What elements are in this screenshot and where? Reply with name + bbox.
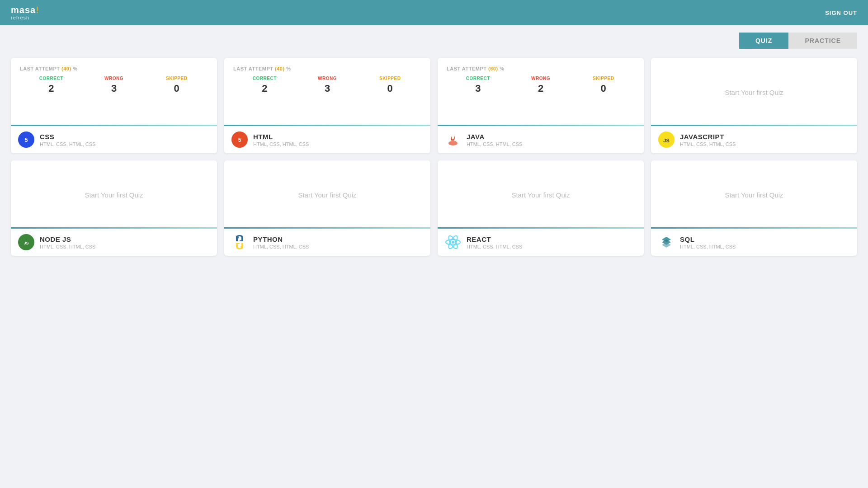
wrong-label: WRONG xyxy=(83,76,146,81)
correct-label: CORRECT xyxy=(447,76,509,81)
stats-row: CORRECT 2 WRONG 3 SKIPPED 0 xyxy=(233,76,421,94)
svg-text:5: 5 xyxy=(238,137,241,143)
card-footer: JS JAVASCRIPT HTML, CSS, HTML, CSS xyxy=(651,126,857,153)
wrong-stat: WRONG 3 xyxy=(83,76,146,94)
quiz-card-sql[interactable]: Start Your first Quiz SQL HTML, CSS, HTM… xyxy=(651,160,857,256)
tech-icon-python xyxy=(231,234,248,250)
tab-bar: QUIZ PRACTICE xyxy=(0,25,868,49)
skipped-value: 0 xyxy=(572,83,635,94)
tech-name: HTML xyxy=(253,133,423,141)
tech-icon-nodejs: JS xyxy=(18,234,34,250)
sign-out-button[interactable]: SIGN OUT xyxy=(825,9,857,16)
wrong-label: WRONG xyxy=(509,76,572,81)
start-quiz-text: Start Your first Quiz xyxy=(725,191,783,199)
correct-label: CORRECT xyxy=(20,76,83,81)
start-quiz-text: Start Your first Quiz xyxy=(85,191,143,199)
tech-tags: HTML, CSS, HTML, CSS xyxy=(253,141,423,147)
svg-rect-9 xyxy=(231,234,248,250)
tech-name: CSS xyxy=(40,133,210,141)
svg-text:JS: JS xyxy=(663,138,669,143)
skipped-stat: SKIPPED 0 xyxy=(145,76,208,94)
stats-row: CORRECT 2 WRONG 3 SKIPPED 0 xyxy=(20,76,208,94)
correct-value: 3 xyxy=(447,83,509,94)
quiz-card-java[interactable]: LAST ATTEMPT (60) % CORRECT 3 WRONG 2 SK… xyxy=(438,58,644,153)
wrong-label: WRONG xyxy=(296,76,359,81)
skipped-stat: SKIPPED 0 xyxy=(359,76,421,94)
card-stats-area: LAST ATTEMPT (60) % CORRECT 3 WRONG 2 SK… xyxy=(438,58,644,125)
tech-tags: HTML, CSS, HTML, CSS xyxy=(40,244,210,249)
card-footer: JAVA HTML, CSS, HTML, CSS xyxy=(438,126,644,153)
tech-info: REACT HTML, CSS, HTML, CSS xyxy=(467,235,637,249)
card-empty-area: Start Your first Quiz xyxy=(651,58,857,125)
tab-practice[interactable]: PRACTICE xyxy=(788,33,857,49)
quiz-grid: LAST ATTEMPT (40) % CORRECT 2 WRONG 3 SK… xyxy=(0,49,868,265)
card-stats-area: LAST ATTEMPT (40) % CORRECT 2 WRONG 3 SK… xyxy=(224,58,430,125)
last-attempt-label: LAST ATTEMPT (60) % xyxy=(447,66,635,71)
correct-stat: CORRECT 2 xyxy=(233,76,296,94)
wrong-stat: WRONG 2 xyxy=(509,76,572,94)
card-footer: 5 CSS HTML, CSS, HTML, CSS xyxy=(11,126,217,153)
tech-tags: HTML, CSS, HTML, CSS xyxy=(680,244,850,249)
quiz-card-nodejs[interactable]: Start Your first Quiz JS NODE JS HTML, C… xyxy=(11,160,217,256)
card-empty-area: Start Your first Quiz xyxy=(11,160,217,227)
start-quiz-text: Start Your first Quiz xyxy=(511,191,570,199)
skipped-label: SKIPPED xyxy=(145,76,208,81)
tech-name: NODE JS xyxy=(40,235,210,243)
start-quiz-text: Start Your first Quiz xyxy=(298,191,356,199)
logo-name: masa! xyxy=(11,5,39,15)
tech-info: CSS HTML, CSS, HTML, CSS xyxy=(40,133,210,147)
tech-tags: HTML, CSS, HTML, CSS xyxy=(680,141,850,147)
card-footer: SQL HTML, CSS, HTML, CSS xyxy=(651,229,857,256)
svg-point-4 xyxy=(448,141,458,145)
quiz-card-react[interactable]: Start Your first Quiz REACT HTML, CSS, H… xyxy=(438,160,644,256)
quiz-card-css[interactable]: LAST ATTEMPT (40) % CORRECT 2 WRONG 3 SK… xyxy=(11,58,217,153)
skipped-label: SKIPPED xyxy=(359,76,421,81)
last-attempt-label: LAST ATTEMPT (40) % xyxy=(233,66,421,71)
tech-icon-sql xyxy=(658,234,675,250)
tech-icon-react xyxy=(445,234,461,250)
card-footer: REACT HTML, CSS, HTML, CSS xyxy=(438,229,644,256)
card-empty-area: Start Your first Quiz xyxy=(224,160,430,227)
svg-text:JS: JS xyxy=(24,241,28,245)
wrong-value: 3 xyxy=(296,83,359,94)
card-empty-area: Start Your first Quiz xyxy=(651,160,857,227)
wrong-value: 3 xyxy=(83,83,146,94)
wrong-value: 2 xyxy=(509,83,572,94)
tech-icon-html: 5 xyxy=(231,131,248,148)
tech-name: REACT xyxy=(467,235,637,243)
tech-name: JAVA xyxy=(467,133,637,141)
card-stats-area: LAST ATTEMPT (40) % CORRECT 2 WRONG 3 SK… xyxy=(11,58,217,125)
tech-icon-javascript: JS xyxy=(658,131,675,148)
tech-info: JAVASCRIPT HTML, CSS, HTML, CSS xyxy=(680,133,850,147)
card-footer: JS NODE JS HTML, CSS, HTML, CSS xyxy=(11,229,217,256)
tech-info: NODE JS HTML, CSS, HTML, CSS xyxy=(40,235,210,249)
tech-tags: HTML, CSS, HTML, CSS xyxy=(40,141,210,147)
stats-row: CORRECT 3 WRONG 2 SKIPPED 0 xyxy=(447,76,635,94)
tech-info: HTML HTML, CSS, HTML, CSS xyxy=(253,133,423,147)
card-footer: PYTHON HTML, CSS, HTML, CSS xyxy=(224,229,430,256)
tech-name: JAVASCRIPT xyxy=(680,133,850,141)
tab-quiz[interactable]: QUIZ xyxy=(739,33,788,49)
tech-icon-java xyxy=(445,131,461,148)
skipped-value: 0 xyxy=(145,83,208,94)
svg-text:5: 5 xyxy=(25,137,28,143)
logo-area: masa! refresh xyxy=(11,5,39,20)
tech-name: SQL xyxy=(680,235,850,243)
skipped-value: 0 xyxy=(359,83,421,94)
skipped-label: SKIPPED xyxy=(572,76,635,81)
logo-subtitle: refresh xyxy=(11,15,39,20)
wrong-stat: WRONG 3 xyxy=(296,76,359,94)
start-quiz-text: Start Your first Quiz xyxy=(725,89,783,96)
tech-info: PYTHON HTML, CSS, HTML, CSS xyxy=(253,235,423,249)
quiz-card-javascript[interactable]: Start Your first Quiz JS JAVASCRIPT HTML… xyxy=(651,58,857,153)
card-footer: 5 HTML HTML, CSS, HTML, CSS xyxy=(224,126,430,153)
correct-value: 2 xyxy=(233,83,296,94)
tech-tags: HTML, CSS, HTML, CSS xyxy=(467,141,637,147)
last-attempt-label: LAST ATTEMPT (40) % xyxy=(20,66,208,71)
svg-point-16 xyxy=(452,241,454,244)
quiz-card-html[interactable]: LAST ATTEMPT (40) % CORRECT 2 WRONG 3 SK… xyxy=(224,58,430,153)
tech-tags: HTML, CSS, HTML, CSS xyxy=(467,244,637,249)
skipped-stat: SKIPPED 0 xyxy=(572,76,635,94)
quiz-card-python[interactable]: Start Your first Quiz PYTHON HTML, CSS, … xyxy=(224,160,430,256)
tech-info: SQL HTML, CSS, HTML, CSS xyxy=(680,235,850,249)
